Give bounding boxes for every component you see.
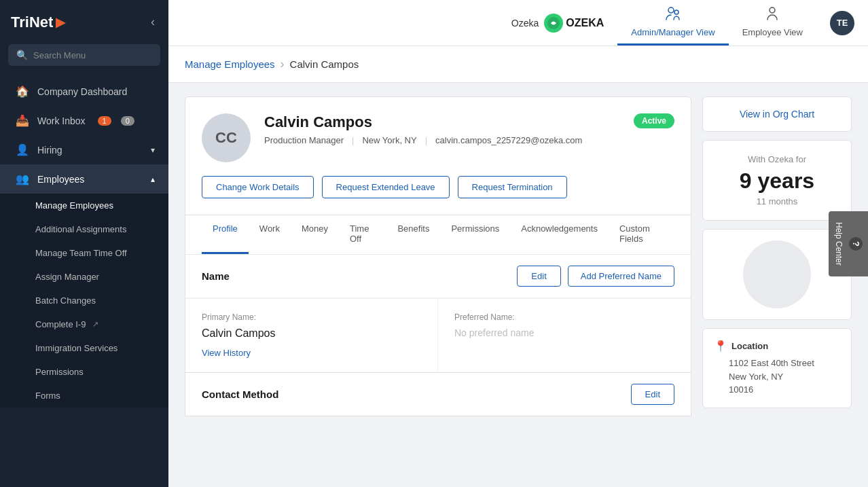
sidebar-item-additional-assignments[interactable]: Additional Assignments	[0, 217, 168, 241]
topbar: Ozeka OZEKA	[168, 0, 868, 46]
tab-profile[interactable]: Profile	[202, 215, 249, 254]
tab-acknowledgements[interactable]: Acknowledgements	[510, 215, 609, 254]
logo: TriNet ▶	[11, 14, 65, 31]
chevron-down-icon: ▾	[151, 145, 155, 155]
name-section-actions: Edit Add Preferred Name	[517, 266, 674, 287]
help-center-label: Help Center	[834, 221, 844, 265]
svg-point-1	[668, 7, 674, 13]
sidebar-item-label: Employees	[37, 174, 84, 185]
sidebar: TriNet ▶ ‹ 🔍 🏠 Company Dashboard 📥 Work …	[0, 0, 168, 487]
employee-photo	[743, 240, 811, 308]
meta-separator-2: |	[425, 135, 427, 145]
sub-item-label: Immigration Services	[35, 343, 117, 353]
help-question-mark: ?	[849, 237, 863, 251]
sub-item-label: Assign Manager	[35, 272, 99, 282]
content-area: CC Calvin Campos Production Manager | Ne…	[168, 83, 868, 487]
logo-arrow: ▶	[56, 15, 65, 30]
sub-item-label: Manage Employees	[35, 200, 113, 211]
employee-email: calvin.campos_2257229@ozeka.com	[435, 135, 582, 145]
tenure-months: 11 months	[714, 196, 840, 206]
employee-meta: Production Manager | New York, NY | calv…	[264, 135, 620, 145]
admin-manager-view-tab[interactable]: Admin/Manager View	[617, 0, 728, 46]
hiring-icon: 👤	[16, 143, 29, 156]
name-section-title: Name	[202, 270, 230, 282]
change-work-details-button[interactable]: Change Work Details	[202, 176, 314, 198]
profile-tabs: Profile Work Money Time Off Benefits	[185, 215, 691, 254]
sub-item-label: Permissions	[35, 367, 84, 377]
org-chart-card: View in Org Chart	[702, 96, 852, 132]
location-card: 📍 Location 1102 East 40th StreetNew York…	[702, 328, 852, 408]
inbox-icon: 📥	[16, 114, 29, 127]
sidebar-logo-area: TriNet ▶ ‹	[0, 0, 168, 44]
tab-permissions[interactable]: Permissions	[440, 215, 510, 254]
sidebar-item-assign-manager[interactable]: Assign Manager	[0, 265, 168, 289]
tenure-card: With Ozeka for 9 years 11 months	[702, 140, 852, 221]
sidebar-item-manage-employees[interactable]: Manage Employees	[0, 194, 168, 217]
request-extended-leave-button[interactable]: Request Extended Leave	[322, 176, 450, 198]
admin-icon	[665, 6, 681, 24]
employee-panel: CC Calvin Campos Production Manager | Ne…	[185, 96, 691, 473]
sub-item-label: Complete I-9	[35, 319, 86, 329]
sidebar-item-employees[interactable]: 👥 Employees ▴	[0, 164, 168, 194]
tab-time-off[interactable]: Time Off	[339, 215, 386, 254]
tab-money[interactable]: Money	[291, 215, 339, 254]
breadcrumb-parent[interactable]: Manage Employees	[185, 58, 275, 70]
search-input[interactable]	[33, 50, 152, 60]
company-info: Ozeka OZEKA	[511, 14, 604, 33]
meta-separator: |	[352, 135, 354, 145]
employees-submenu: Manage Employees Additional Assignments …	[0, 194, 168, 408]
employee-header: CC Calvin Campos Production Manager | Ne…	[185, 96, 691, 215]
badge-2: 0	[121, 116, 134, 126]
contact-edit-button[interactable]: Edit	[631, 384, 674, 405]
sidebar-item-batch-changes[interactable]: Batch Changes	[0, 289, 168, 312]
sub-item-label: Manage Team Time Off	[35, 248, 127, 258]
name-grid: Primary Name: Calvin Campos View History…	[185, 298, 691, 372]
name-section: Name Edit Add Preferred Name Primary Nam…	[185, 254, 691, 373]
main-content: Ozeka OZEKA	[168, 0, 868, 487]
company-name: Ozeka	[511, 18, 539, 29]
collapse-sidebar-button[interactable]: ‹	[148, 12, 158, 32]
sidebar-item-complete-i9[interactable]: Complete I-9 ↗	[0, 312, 168, 336]
page-body: Manage Employees › Calvin Campos CC Calv…	[168, 46, 868, 487]
sub-item-label: Forms	[35, 391, 60, 401]
admin-manager-view-label: Admin/Manager View	[631, 27, 715, 37]
view-history-link[interactable]: View History	[202, 348, 251, 358]
svg-point-2	[674, 10, 679, 14]
sidebar-item-permissions[interactable]: Permissions	[0, 360, 168, 384]
preferred-name-label: Preferred Name:	[454, 312, 674, 322]
sidebar-item-work-inbox[interactable]: 📥 Work Inbox 1 0	[0, 106, 168, 135]
help-center-tab[interactable]: ? Help Center	[829, 211, 868, 276]
sidebar-item-label: Hiring	[37, 145, 62, 156]
user-avatar[interactable]: TE	[830, 11, 854, 35]
tenure-label: With Ozeka for	[714, 154, 840, 164]
request-termination-button[interactable]: Request Termination	[458, 176, 567, 198]
sidebar-item-immigration-services[interactable]: Immigration Services	[0, 336, 168, 360]
view-in-org-chart-link[interactable]: View in Org Chart	[740, 109, 814, 120]
employee-view-tab[interactable]: Employee View	[729, 0, 816, 46]
breadcrumb-current: Calvin Campos	[290, 58, 359, 70]
employee-location: New York, NY	[362, 135, 416, 145]
tab-work[interactable]: Work	[249, 215, 291, 254]
sidebar-item-company-dashboard[interactable]: 🏠 Company Dashboard	[0, 77, 168, 106]
location-title: Location	[731, 341, 768, 351]
location-header: 📍 Location	[714, 340, 840, 353]
sidebar-item-manage-team-time-off[interactable]: Manage Team Time Off	[0, 241, 168, 265]
ozeka-label: OZEKA	[566, 17, 604, 29]
sub-item-label: Batch Changes	[35, 295, 96, 306]
search-icon: 🔍	[16, 50, 28, 60]
primary-name-label: Primary Name:	[202, 312, 421, 322]
sidebar-item-hiring[interactable]: 👤 Hiring ▾	[0, 135, 168, 164]
employee-name: Calvin Campos	[264, 113, 620, 131]
sidebar-item-forms[interactable]: Forms	[0, 384, 168, 408]
ozeka-logo: OZEKA	[544, 14, 604, 33]
tab-benefits[interactable]: Benefits	[386, 215, 440, 254]
badge-1: 1	[98, 116, 111, 126]
add-preferred-name-button[interactable]: Add Preferred Name	[568, 266, 674, 287]
contact-section-title: Contact Method	[202, 389, 278, 400]
name-edit-button[interactable]: Edit	[517, 266, 560, 287]
employee-title: Production Manager	[264, 135, 344, 145]
employee-icon	[765, 6, 779, 24]
right-sidebar: View in Org Chart With Ozeka for 9 years…	[702, 96, 852, 473]
sub-item-label: Additional Assignments	[35, 224, 126, 234]
tab-custom-fields[interactable]: Custom Fields	[609, 215, 674, 254]
